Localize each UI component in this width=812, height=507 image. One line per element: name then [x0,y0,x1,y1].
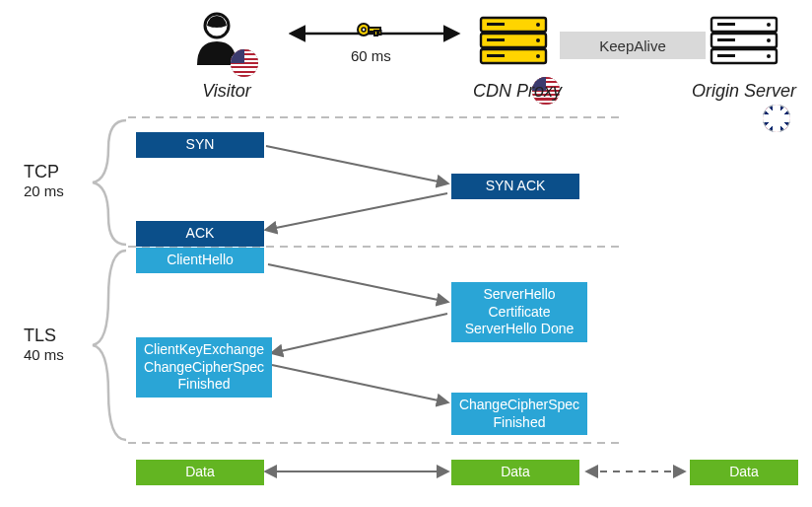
msg-server-hello-block: ServerHello Certificate ServerHello Done [451,282,587,342]
msg-data-origin: Data [690,460,798,485]
svg-line-30 [266,146,447,183]
msg-data-cdn: Data [451,460,579,485]
svg-line-34 [272,365,447,402]
msg-client-hello: ClientHello [136,248,264,273]
diagram-canvas: Visitor 60 ms [0,0,812,507]
msg-syn: SYN [136,132,264,158]
msg-client-key-block: ClientKeyExchange ChangeCipherSpec Finis… [136,337,272,398]
msg-syn-ack: SYN ACK [451,174,579,199]
svg-line-31 [266,193,447,230]
arrows-layer [0,0,812,507]
msg-data-visitor: Data [136,460,264,485]
svg-line-32 [268,264,447,302]
msg-server-finish-block: ChangeCipherSpec Finished [451,393,587,435]
svg-line-33 [272,314,447,353]
msg-ack: ACK [136,221,264,247]
